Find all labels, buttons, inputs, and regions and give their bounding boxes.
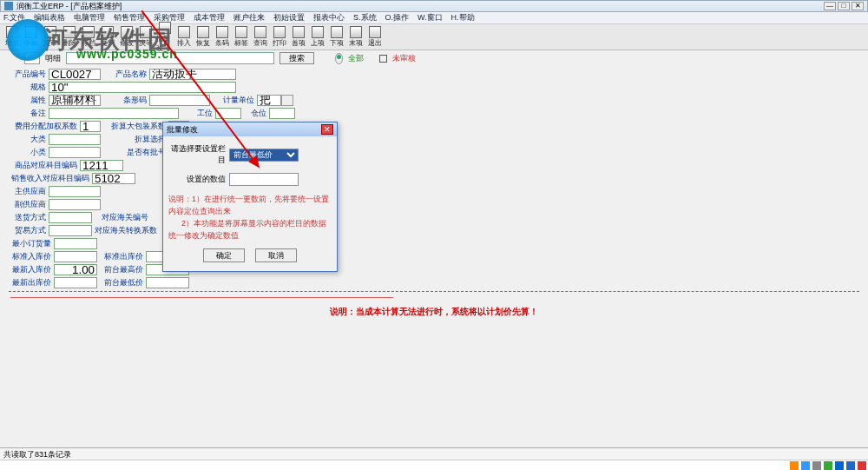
radio-all[interactable] [335,53,343,64]
trade-mode-label: 贸易方式 [5,225,49,236]
unit-picker[interactable] [281,95,293,106]
menu-computer[interactable]: 电脑管理 [74,12,105,23]
dialog-cancel-button[interactable]: 取消 [255,248,297,262]
store-field[interactable] [269,108,295,119]
barcode-field[interactable] [149,95,210,106]
sales-acct-field[interactable] [92,173,135,184]
tb-restore[interactable]: 恢复 [194,26,212,48]
window-min-button[interactable]: — [824,2,836,10]
attr-field[interactable] [49,95,101,106]
tb-barcode[interactable]: 条码 [214,26,231,48]
big-cat-field[interactable] [49,134,101,145]
window-title: 润衡工业ERP - [产品档案维护] [16,1,122,12]
menu-window[interactable]: W.窗口 [418,12,443,23]
small-cat-field[interactable] [49,147,101,158]
goods-acct-field[interactable] [80,160,123,171]
tb-next[interactable]: 下项 [328,26,345,48]
tb-prev[interactable]: 上项 [309,26,326,48]
product-code-field[interactable] [49,69,101,80]
check-icon [25,26,37,38]
search-button[interactable]: 搜索 [279,52,314,64]
add-icon [6,26,18,38]
restore-icon [197,26,209,38]
product-name-field[interactable] [149,69,236,80]
tb-edit[interactable]: 修改 [118,26,135,48]
barcode-icon [216,26,228,38]
goods-acct-label: 商品对应科目编码 [5,160,80,171]
tray-icon[interactable] [858,461,866,470]
sub-supplier-field[interactable] [49,199,101,210]
menu-report[interactable]: 报表中心 [313,12,345,23]
window-max-button[interactable]: □ [838,2,850,10]
cost-coef-field[interactable] [80,121,101,132]
last-in-label: 最新入库价 [5,264,54,275]
exit-icon [369,26,381,38]
dialog-ok-button[interactable]: 确定 [203,248,245,262]
product-form: 产品编号 产品名称 规格 属性 条形码 计量单位 备注 工位 仓位 费用分配加权… [0,66,868,323]
main-supplier-field[interactable] [49,186,101,197]
tray-icon[interactable] [824,461,832,470]
menu-init[interactable]: 初始设置 [273,12,305,23]
bottom-note: 说明：当成本计算无法进行时，系统将以计划价先算！ [5,302,863,321]
station-field[interactable] [215,108,241,119]
std-in-field[interactable] [54,251,97,262]
trade-mode-field[interactable] [49,225,92,236]
small-cat-label: 小类 [5,147,49,158]
fg-low-field[interactable] [146,277,189,288]
tb-label[interactable]: 标签 [233,26,250,48]
warn-line: ————————————————————————————————————————… [5,292,863,302]
tb-last[interactable]: 末项 [347,26,365,48]
pack-coef-label: 折算大包装系数 [101,121,168,132]
window-titlebar: 润衡工业ERP - [产品档案维护] — □ ✕ [0,0,868,12]
menu-file[interactable]: F.文件 [3,12,25,23]
tray-icon[interactable] [790,461,799,470]
tb-unaudit[interactable]: 反审 [42,26,59,48]
menu-help[interactable]: H.帮助 [451,12,475,23]
menu-sales[interactable]: 销售管理 [114,12,145,23]
spec-field[interactable] [49,82,236,93]
unit-field[interactable] [257,95,281,106]
remark-field[interactable] [49,108,179,119]
row-handle[interactable] [24,52,40,64]
tb-query[interactable]: 查询 [252,26,269,48]
min-qty-field[interactable] [54,238,97,249]
menu-cost[interactable]: 成本管理 [194,12,225,23]
ship-mode-field[interactable] [49,212,92,223]
tray-icon[interactable] [801,461,810,470]
dialog-value-input[interactable] [229,173,299,186]
batch-icon [159,22,171,34]
tray-icon[interactable] [835,461,844,470]
tb-copy[interactable]: 复制 [99,26,116,48]
menu-account[interactable]: 账户往来 [233,12,265,23]
last-out-field[interactable] [54,277,97,288]
tray-icon[interactable] [846,461,855,470]
main-supplier-label: 主供应商 [5,186,49,197]
window-close-button[interactable]: ✕ [852,2,864,10]
tb-save[interactable]: 存档 [80,26,97,48]
dialog-titlebar[interactable]: 批量修改 ✕ [163,122,337,136]
menu-system[interactable]: S.系统 [353,12,377,23]
os-taskbar [0,460,868,470]
dialog-close-button[interactable]: ✕ [321,124,333,135]
search-icon [254,26,266,38]
chk-unaudited[interactable] [379,55,387,63]
tb-audit[interactable]: 申核 [23,26,40,48]
menu-operate[interactable]: O.操作 [385,12,410,23]
dialog-column-select[interactable]: 前台最低价 [229,149,299,162]
tb-exit[interactable]: 退出 [366,26,384,48]
tray-moon-icon[interactable] [812,461,821,470]
menu-edit[interactable]: 编辑表格 [34,12,65,23]
save-icon [82,26,95,38]
last-in-field[interactable] [54,264,97,275]
calc-sel-label: 折算选择 [101,134,168,145]
tb-filter[interactable]: 决等 [137,26,155,48]
menu-bar: F.文件 编辑表格 电脑管理 销售管理 采购管理 成本管理 账户往来 初始设置 … [0,12,868,24]
tb-first[interactable]: 首项 [290,26,307,48]
tb-delete[interactable]: 删除 [61,26,78,48]
dialog-column-label: 请选择要设置栏目 [168,143,229,166]
chk-unaudited-label: 未审核 [392,53,416,64]
tb-print[interactable]: 打印 [271,26,288,48]
customs-coef-label: 对应海关转换系数 [92,225,160,236]
tb-import[interactable]: 排入 [175,26,193,48]
tb-add[interactable]: 增加 [3,26,21,48]
